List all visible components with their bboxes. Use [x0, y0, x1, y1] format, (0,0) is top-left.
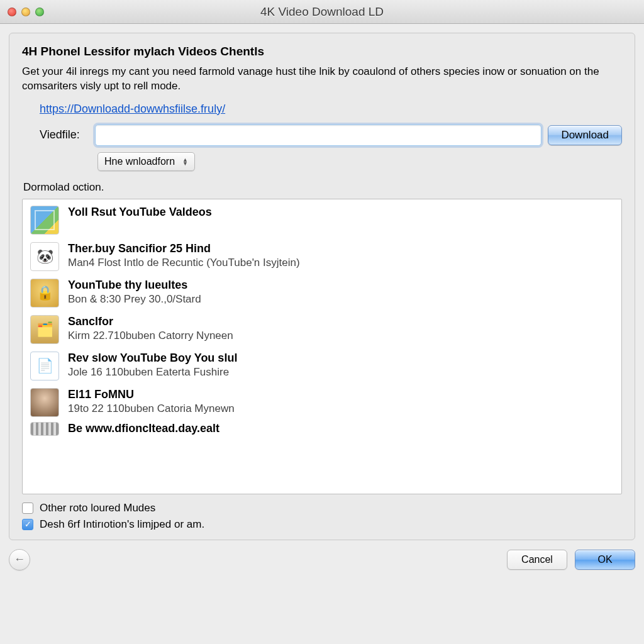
format-select-label: Hne wnloadforn — [104, 156, 175, 167]
item-title: Yoll Rsut YouTube Valdeos — [68, 206, 212, 219]
item-subtitle: Man4 Flost Intlo de Recuntic (YouTube'n … — [68, 257, 300, 269]
option-label: Desh 6rf Intirıotion's limjped or am. — [40, 518, 204, 531]
list-item[interactable]: 📄 Rev slow YouTube Boy You slul Jole 16 … — [23, 348, 621, 384]
zoom-icon[interactable] — [35, 8, 44, 16]
list-item[interactable]: 🔒 YounTube thy Iueultes Bon & 8:30 Prey … — [23, 275, 621, 311]
thumbnail-icon: 🗂️ — [30, 315, 59, 344]
thumbnail-icon: 🐼 — [30, 242, 59, 271]
format-select[interactable]: Hne wnloadforn ▲▼ — [97, 152, 195, 171]
window-title: 4K Video Download LD — [0, 5, 644, 19]
help-link[interactable]: https://Downloadd-dowwhsfiilse.fruly/ — [40, 103, 225, 116]
item-title: Ther.buy Sancifior 25 Hind — [68, 242, 300, 256]
thumbnail-icon — [30, 206, 59, 235]
url-input[interactable] — [95, 125, 541, 146]
item-title: Rev slow YouTube Boy You slul — [68, 352, 237, 365]
chevron-updown-icon: ▲▼ — [182, 158, 188, 165]
checkbox-checked-icon[interactable]: ✓ — [22, 519, 33, 530]
ok-button[interactable]: OK — [575, 550, 635, 570]
section-description: Get your 4il inregs my cant you need far… — [22, 65, 622, 94]
url-row: Viedfile: Download — [40, 125, 622, 146]
arrow-left-icon: ← — [14, 553, 25, 566]
option-other-modes[interactable]: Other roto loured Mudes — [22, 502, 622, 514]
checkbox-icon[interactable] — [22, 502, 33, 514]
item-subtitle: Jole 16 110buben Eaterta Fushire — [68, 366, 237, 379]
download-button[interactable]: Download — [548, 125, 622, 145]
item-title: Sanclfor — [68, 315, 233, 329]
cancel-button[interactable]: Cancel — [507, 550, 567, 570]
close-icon[interactable] — [8, 8, 16, 16]
thumbnail-icon: 🔒 — [30, 279, 59, 308]
list-item[interactable]: 🐼 Ther.buy Sancifior 25 Hind Man4 Flost … — [23, 238, 621, 275]
list-item[interactable]: 🗂️ Sanclfor Kirm 22.710buben Catorry Nyn… — [23, 311, 621, 348]
item-title: YounTube thy Iueultes — [68, 279, 201, 292]
option-label: Other roto loured Mudes — [40, 502, 155, 514]
list-item[interactable]: El11 FoMNU 19to 22 110buben Catoria Myne… — [23, 384, 621, 421]
list-item[interactable]: Be www.dfioncItead.day.ealt — [23, 421, 621, 437]
minimize-icon[interactable] — [21, 8, 30, 16]
main-panel: 4H Phonel Lessifor mylach Videos Chentls… — [9, 33, 635, 540]
item-title: El11 FoMNU — [68, 388, 235, 402]
thumbnail-icon — [30, 422, 59, 436]
item-subtitle: Bon & 8:30 Prey 30.,0/Stard — [68, 293, 201, 306]
item-title: Be www.dfioncItead.day.ealt — [68, 422, 219, 436]
item-subtitle: Kirm 22.710buben Catorry Nyneen — [68, 330, 233, 342]
item-subtitle: 19to 22 110buben Catoria Mynewn — [68, 402, 235, 415]
back-button[interactable]: ← — [9, 549, 30, 570]
option-desh-limited[interactable]: ✓ Desh 6rf Intirıotion's limjped or am. — [22, 518, 622, 531]
options: Other roto loured Mudes ✓ Desh 6rf Intir… — [22, 502, 622, 531]
results-list[interactable]: Yoll Rsut YouTube Valdeos 🐼 Ther.buy San… — [22, 199, 622, 494]
list-item[interactable]: Yoll Rsut YouTube Valdeos — [23, 202, 621, 238]
section-heading: 4H Phonel Lessifor mylach Videos Chentls — [22, 45, 622, 58]
thumbnail-icon — [30, 388, 59, 417]
footer: ← Cancel OK — [9, 549, 635, 570]
window-controls — [8, 8, 44, 16]
list-heading: Dormolad oction. — [23, 181, 622, 194]
url-label: Viedfile: — [40, 128, 89, 142]
titlebar: 4K Video Download LD — [0, 0, 644, 24]
thumbnail-icon: 📄 — [30, 352, 59, 380]
